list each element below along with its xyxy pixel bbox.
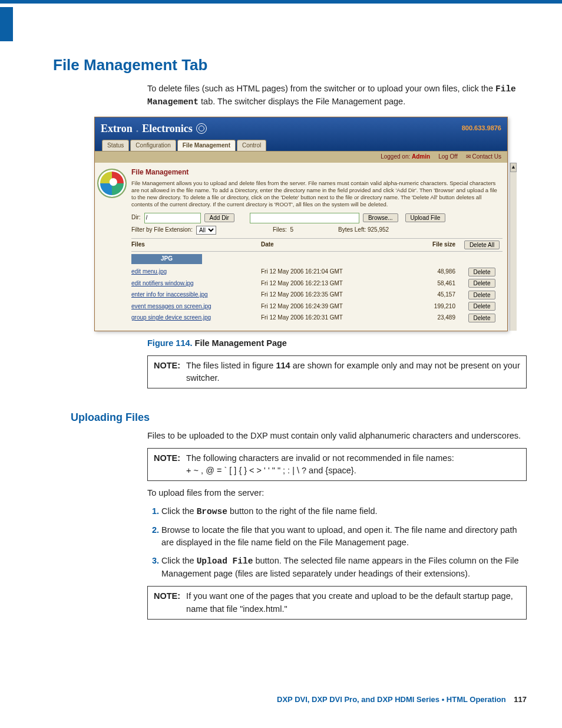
note-label: NOTE: [154, 590, 180, 615]
page-top-stripe [0, 0, 562, 4]
filter-select[interactable]: All [196, 226, 216, 235]
file-link[interactable]: event messages on screen.jpg [131, 303, 211, 309]
bytes-left: Bytes Left: 925,952 [338, 226, 389, 235]
file-link[interactable]: edit notifiers window.jpg [131, 280, 194, 286]
figure-title: File Management Page [193, 338, 287, 348]
embed-scrollbar[interactable]: ▲ [510, 163, 517, 331]
footer-text: DXP DVI, DXP DVI Pro, and DXP HDMI Serie… [277, 695, 506, 704]
file-date: Fri 12 May 2006 16:20:31 GMT [261, 314, 402, 322]
intro-paragraph: To delete files (such as HTML pages) fro… [147, 83, 527, 108]
step-1: Click the Browse button to the right of … [161, 505, 527, 518]
brand-word-a: Extron [101, 121, 133, 136]
embed-phone: 800.633.9876 [462, 124, 501, 133]
delete-button[interactable]: Delete [468, 268, 496, 276]
file-table-header: Files Date File size Delete All [131, 238, 503, 252]
figure-label: Figure 114. [147, 338, 193, 348]
embed-sidebar [95, 163, 129, 331]
note-box-2: NOTE: The following characters are inval… [147, 448, 527, 481]
logged-on-label: Logged on: [381, 153, 410, 160]
upload-path-input[interactable] [250, 213, 359, 223]
tab-control[interactable]: Control [237, 140, 266, 151]
files-count-label: Files: 5 [273, 226, 293, 235]
table-row: edit menu.jpg Fri 12 May 2006 16:21:04 G… [131, 266, 503, 278]
mail-icon: ✉ [466, 153, 471, 160]
sub-section-title: Uploading Files [71, 410, 527, 425]
upload-file-button[interactable]: Upload File [405, 213, 446, 222]
file-link[interactable]: enter info for inaccessible.jpg [131, 291, 208, 298]
upload-intro: Files to be uploaded to the DXP must con… [147, 430, 527, 442]
page-accent-strip [0, 7, 13, 41]
file-link[interactable]: edit menu.jpg [131, 268, 167, 275]
note-label: NOTE: [154, 452, 180, 477]
logoff-link[interactable]: Log Off [438, 153, 458, 162]
table-row: enter info for inaccessible.jpg Fri 12 M… [131, 289, 503, 301]
table-row: event messages on screen.jpg Fri 12 May … [131, 301, 503, 312]
dir-label: Dir: [131, 213, 141, 222]
file-link[interactable]: group single device screen.jpg [131, 314, 211, 321]
embed-header: Extron . Electronics 800.633.9876 Status… [95, 117, 507, 151]
file-group-header: JPG [131, 254, 202, 264]
tab-file-management[interactable]: File Management [177, 140, 236, 151]
brand-word-b: Electronics [142, 121, 193, 136]
step-3: Click the Upload File button. The select… [161, 555, 527, 580]
upload-lead: To upload files from the server: [147, 487, 527, 499]
section-title: File Management Tab [53, 54, 527, 77]
delete-button[interactable]: Delete [468, 291, 496, 299]
col-size: File size [402, 241, 461, 250]
globe-icon [196, 123, 207, 134]
file-size: 199,210 [402, 302, 461, 311]
contact-us-link[interactable]: ✉ Contact Us [466, 153, 501, 162]
note-box-3: NOTE: If you want one of the pages that … [147, 586, 527, 619]
note-body: The files listed in figure 114 are shown… [186, 360, 520, 384]
file-size: 45,157 [402, 291, 461, 299]
intro-text-b: tab. The switcher displays the File Mana… [201, 97, 405, 106]
figure-caption: Figure 114. File Management Page [147, 337, 527, 350]
contact-us-label: Contact Us [472, 153, 501, 160]
note-label: NOTE: [154, 360, 180, 384]
file-date: Fri 12 May 2006 16:22:13 GMT [261, 279, 402, 288]
embed-tabs: Status Configuration File Management Con… [101, 140, 501, 151]
file-size: 58,461 [402, 279, 461, 288]
logged-on-user: Admin [412, 153, 430, 160]
note-box-1: NOTE: The files listed in figure 114 are… [147, 355, 527, 388]
add-dir-button[interactable]: Add Dir [204, 213, 234, 222]
footer-page-number: 117 [514, 695, 527, 704]
col-date: Date [261, 241, 402, 250]
panel-description: File Management allows you to upload and… [131, 180, 503, 208]
file-management-screenshot: Extron . Electronics 800.633.9876 Status… [94, 117, 508, 331]
col-files: Files [131, 241, 261, 250]
intro-text-a: To delete files (such as HTML pages) fro… [147, 84, 495, 93]
browse-button[interactable]: Browse... [363, 213, 398, 222]
table-row: group single device screen.jpg Fri 12 Ma… [131, 312, 503, 324]
table-row: edit notifiers window.jpg Fri 12 May 200… [131, 278, 503, 289]
delete-all-button[interactable]: Delete All [464, 241, 500, 249]
filter-label: Filter by File Extension: [131, 226, 193, 235]
color-wheel-icon [97, 169, 127, 198]
file-date: Fri 12 May 2006 16:23:35 GMT [261, 291, 402, 299]
scroll-up-icon[interactable]: ▲ [510, 163, 517, 172]
delete-button[interactable]: Delete [468, 279, 496, 288]
delete-button[interactable]: Delete [468, 314, 496, 322]
file-size: 48,986 [402, 268, 461, 276]
embed-subbar: Logged on: Admin Log Off ✉ Contact Us [95, 151, 507, 163]
tab-configuration[interactable]: Configuration [130, 140, 176, 151]
note-body: The following characters are invalid or … [186, 452, 454, 477]
note-body: If you want one of the pages that you cr… [186, 590, 520, 615]
dir-input[interactable] [144, 213, 201, 223]
file-size: 23,489 [402, 314, 461, 322]
delete-button[interactable]: Delete [468, 302, 496, 311]
file-date: Fri 12 May 2006 16:21:04 GMT [261, 268, 402, 276]
upload-steps: Click the Browse button to the right of … [147, 505, 527, 580]
panel-title: File Management [131, 167, 503, 177]
step-2: Browse to locate the file that you want … [161, 524, 527, 549]
tab-status[interactable]: Status [102, 140, 129, 151]
embed-brand: Extron . Electronics 800.633.9876 [101, 121, 501, 136]
page-footer: DXP DVI, DXP DVI Pro, and DXP HDMI Serie… [277, 694, 527, 706]
file-date: Fri 12 May 2006 16:24:39 GMT [261, 302, 402, 311]
embed-main: File Management File Management allows y… [129, 163, 510, 331]
